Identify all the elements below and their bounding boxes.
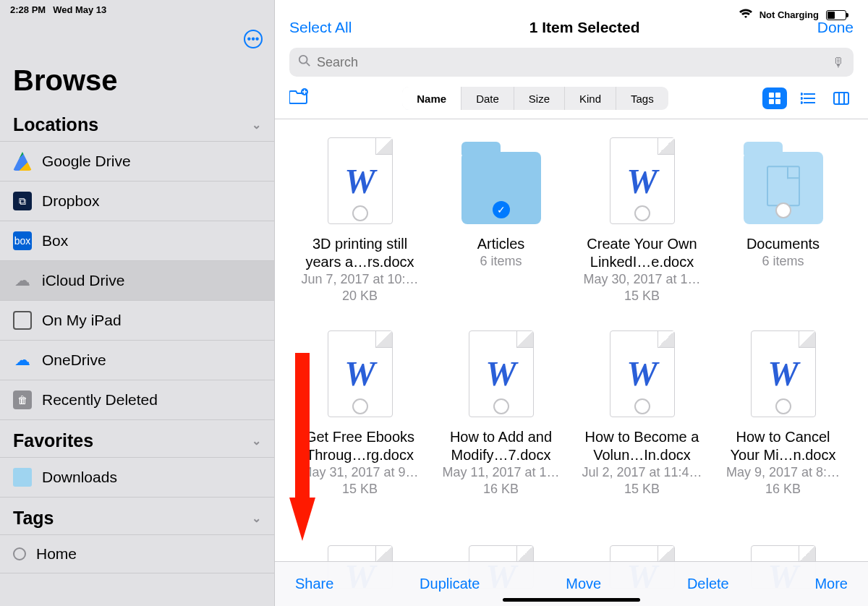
favorites-header[interactable]: Favorites ⌄	[0, 430, 274, 458]
selection-circle[interactable]	[634, 398, 650, 414]
box-icon: box	[13, 231, 32, 250]
search-icon	[298, 54, 311, 71]
folder-item-documents[interactable]: Documents 6 items	[720, 134, 846, 305]
svg-rect-4	[775, 93, 780, 98]
view-controls	[762, 88, 854, 109]
folder-item-articles[interactable]: ✓ Articles 6 items	[438, 134, 564, 305]
document-ghost-icon	[767, 166, 800, 206]
browse-title: Browse	[0, 51, 274, 114]
select-all-button[interactable]: Select All	[289, 19, 352, 36]
charging-label: Not Charging	[760, 9, 819, 20]
tool-row: Name Date Size Kind Tags	[275, 77, 868, 119]
word-doc-icon: W	[344, 161, 375, 201]
svg-rect-3	[769, 93, 774, 98]
word-doc-icon: W	[767, 354, 799, 393]
selection-circle[interactable]	[634, 205, 650, 221]
cloud-download-icon: ☁︎	[802, 334, 814, 348]
file-item[interactable]: W Create Your Own LinkedI…e.docx May 30,…	[579, 134, 705, 305]
svg-rect-13	[834, 93, 848, 104]
cloud-download-icon: ☁︎	[520, 334, 532, 348]
word-doc-icon: W	[626, 161, 658, 201]
file-item[interactable]: W☁︎ How to Add and Modify…7.docx May 11,…	[438, 327, 564, 498]
ipad-icon	[13, 311, 32, 330]
sort-segmented[interactable]: Name Date Size Kind Tags	[402, 87, 668, 110]
sidebar-item-on-my-ipad[interactable]: On My iPad	[0, 301, 274, 341]
word-doc-icon: W	[485, 354, 516, 393]
list-view-button[interactable]	[796, 88, 820, 109]
selection-circle[interactable]	[352, 398, 368, 414]
sidebar: 2:28 PM Wed May 13 ••• Browse Locations …	[0, 0, 275, 606]
file-item[interactable]: W☁︎ Get Free Ebooks Throug…rg.docx May 3…	[297, 327, 423, 498]
sidebar-item-downloads[interactable]: Downloads	[0, 458, 274, 498]
wifi-icon	[739, 9, 752, 21]
battery-icon	[826, 10, 846, 20]
sidebar-item-recently-deleted[interactable]: 🗑 Recently Deleted	[0, 380, 274, 420]
home-indicator[interactable]	[503, 598, 640, 602]
selection-circle[interactable]	[493, 398, 509, 414]
sidebar-item-onedrive[interactable]: ☁ OneDrive	[0, 341, 274, 380]
cloud-download-icon: ☁︎	[520, 547, 532, 561]
dropbox-icon: ⧉	[13, 192, 32, 210]
gdrive-icon	[13, 152, 32, 171]
sidebar-item-box[interactable]: box Box	[0, 221, 274, 261]
tag-circle-icon	[13, 547, 26, 560]
word-doc-icon: W	[344, 354, 375, 393]
trash-icon: 🗑	[13, 391, 32, 409]
sort-kind[interactable]: Kind	[565, 87, 616, 110]
more-options-button[interactable]: •••	[244, 30, 263, 48]
status-right: Not Charging	[729, 4, 856, 28]
sort-name[interactable]: Name	[402, 87, 461, 110]
svg-rect-5	[769, 99, 774, 104]
locations-header[interactable]: Locations ⌄	[0, 114, 274, 142]
sort-tags[interactable]: Tags	[616, 87, 668, 110]
action-toolbar: Share Duplicate Move Delete More	[275, 561, 868, 606]
sidebar-item-tag-home[interactable]: Home	[0, 535, 274, 573]
sort-date[interactable]: Date	[461, 87, 514, 110]
onedrive-icon: ☁	[13, 351, 32, 370]
selection-circle[interactable]	[775, 202, 791, 218]
chevron-down-icon: ⌄	[252, 511, 261, 525]
cloud-download-icon: ☁︎	[661, 547, 673, 561]
cloud-download-icon: ☁︎	[802, 547, 814, 561]
mic-icon[interactable]: 🎙	[832, 55, 845, 70]
selection-count: 1 Item Selected	[529, 19, 640, 36]
status-time: 2:28 PM	[10, 4, 46, 15]
move-button[interactable]: Move	[566, 576, 601, 592]
selection-circle[interactable]	[352, 205, 368, 221]
locations-list: Google Drive ⧉ Dropbox box Box ☁︎ iCloud…	[0, 142, 274, 420]
svg-point-0	[299, 55, 307, 63]
folder-icon	[744, 152, 823, 224]
tags-header[interactable]: Tags ⌄	[0, 508, 274, 535]
chevron-down-icon: ⌄	[252, 434, 261, 448]
svg-point-11	[801, 98, 802, 99]
selection-circle[interactable]	[775, 398, 791, 414]
file-item[interactable]: W☁︎ How to Become a Volun…In.docx Jul 2,…	[579, 327, 705, 498]
chevron-down-icon: ⌄	[252, 118, 261, 132]
more-button[interactable]: More	[814, 576, 848, 592]
cloud-download-icon: ☁︎	[379, 547, 391, 561]
svg-point-10	[801, 93, 802, 95]
sidebar-item-icloud-drive[interactable]: ☁︎ iCloud Drive	[0, 261, 274, 301]
new-folder-button[interactable]	[289, 88, 308, 108]
checkmark-icon: ✓	[493, 201, 510, 218]
duplicate-button[interactable]: Duplicate	[420, 576, 480, 592]
file-item[interactable]: W☁︎ How to Cancel Your Mi…n.docx May 9, …	[720, 327, 846, 498]
cloud-download-icon: ☁︎	[661, 334, 673, 348]
sidebar-item-dropbox[interactable]: ⧉ Dropbox	[0, 182, 274, 221]
file-grid: W☁︎ 3D printing still years a…rs.docx Ju…	[275, 119, 868, 606]
delete-button[interactable]: Delete	[687, 576, 729, 592]
column-view-button[interactable]	[829, 88, 854, 109]
cloud-download-icon: ☁︎	[379, 334, 391, 348]
grid-view-button[interactable]	[762, 88, 787, 109]
file-item[interactable]: W☁︎ 3D printing still years a…rs.docx Ju…	[297, 134, 423, 305]
sort-size[interactable]: Size	[514, 87, 565, 110]
svg-line-1	[307, 62, 310, 66]
icloud-icon: ☁︎	[13, 271, 32, 290]
search-input[interactable]	[317, 55, 832, 70]
folder-icon: ✓	[461, 152, 541, 224]
search-bar[interactable]: 🎙	[289, 48, 854, 77]
sidebar-item-google-drive[interactable]: Google Drive	[0, 142, 274, 182]
downloads-folder-icon	[13, 468, 32, 487]
svg-rect-6	[775, 99, 780, 104]
share-button[interactable]: Share	[295, 576, 333, 592]
